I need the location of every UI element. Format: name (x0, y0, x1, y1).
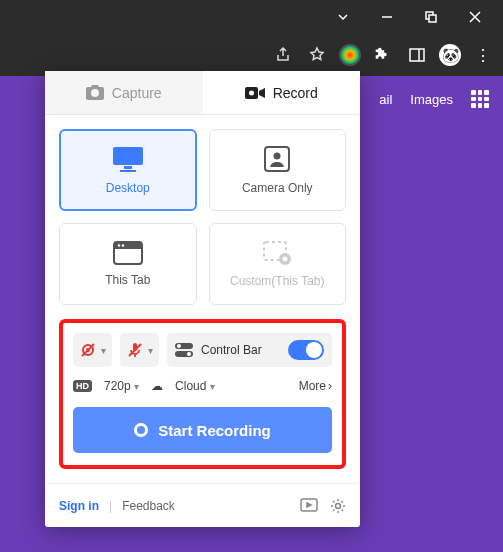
storage-select[interactable]: Cloud ▾ (175, 379, 215, 393)
svg-rect-6 (124, 166, 132, 169)
person-icon (263, 145, 291, 173)
tab-chevron-icon[interactable] (321, 2, 365, 32)
mode-this-tab[interactable]: This Tab (59, 223, 197, 305)
quality-select[interactable]: 720p ▾ (104, 379, 139, 393)
chevron-right-icon: › (328, 379, 332, 393)
page-nav: ail Images (365, 90, 503, 108)
recordings-icon[interactable] (300, 498, 318, 514)
webcam-toggle[interactable]: ▾ (73, 333, 112, 367)
monitor-icon (111, 145, 145, 173)
sidepanel-icon[interactable] (405, 43, 429, 67)
feedback-link[interactable]: Feedback (122, 499, 175, 513)
tab-capture[interactable]: Capture (45, 71, 203, 114)
chevron-down-icon: ▾ (101, 345, 106, 356)
maximize-button[interactable] (409, 2, 453, 32)
start-recording-button[interactable]: Start Recording (73, 407, 332, 453)
svg-point-21 (177, 344, 181, 348)
svg-point-25 (336, 503, 341, 508)
options-row-1: ▾ ▾ Control Bar (73, 333, 332, 367)
svg-point-16 (283, 257, 288, 262)
browser-menu-icon[interactable]: ⋮ (471, 43, 495, 67)
svg-point-23 (187, 352, 191, 356)
nav-images[interactable]: Images (410, 92, 453, 107)
nav-mail[interactable]: ail (379, 92, 392, 107)
close-button[interactable] (453, 2, 497, 32)
bookmark-star-icon[interactable] (305, 43, 329, 67)
tab-record[interactable]: Record (203, 71, 361, 114)
minimize-button[interactable] (365, 2, 409, 32)
svg-rect-5 (113, 147, 143, 165)
hd-badge-icon: HD (73, 380, 92, 392)
mic-off-icon (126, 341, 144, 359)
svg-rect-7 (120, 170, 136, 172)
mode-grid: Desktop Camera Only This Tab Custom(This… (45, 115, 360, 319)
apps-grid-icon[interactable] (471, 90, 489, 108)
mode-custom-tab[interactable]: Custom(This Tab) (209, 223, 347, 305)
svg-point-12 (118, 244, 120, 246)
control-bar-toggle[interactable]: Control Bar (167, 333, 332, 367)
sign-in-link[interactable]: Sign in (59, 499, 99, 513)
mode-camera-only[interactable]: Camera Only (209, 129, 347, 211)
popup-footer: Sign in | Feedback (45, 483, 360, 527)
svg-point-9 (274, 153, 281, 160)
titlebar (0, 0, 503, 34)
options-panel: ▾ ▾ Control Bar HD 720p ▾ ☁ Cloud ▾ More… (59, 319, 346, 469)
cloud-icon: ☁ (151, 379, 163, 393)
tab-window-icon (113, 241, 143, 265)
svg-point-13 (122, 244, 124, 246)
mic-toggle[interactable]: ▾ (120, 333, 159, 367)
crop-record-icon (262, 240, 292, 266)
profile-avatar[interactable]: 🐼 (439, 44, 461, 66)
settings-gear-icon[interactable] (330, 498, 346, 514)
browser-toolbar: 🐼 ⋮ (0, 34, 503, 76)
videocam-icon (245, 86, 265, 100)
svg-rect-1 (429, 15, 436, 22)
extensions-puzzle-icon[interactable] (371, 43, 395, 67)
mode-desktop[interactable]: Desktop (59, 129, 197, 211)
record-dot-icon (134, 423, 148, 437)
camera-icon (86, 85, 104, 100)
extension-icon[interactable] (339, 44, 361, 66)
svg-rect-2 (410, 49, 424, 61)
more-options[interactable]: More› (299, 379, 332, 393)
toggle-switch[interactable] (288, 340, 324, 360)
svg-point-4 (249, 90, 254, 95)
extension-popup: Capture Record Desktop Camera Only This … (45, 71, 360, 527)
webcam-off-icon (79, 341, 97, 359)
tab-row: Capture Record (45, 71, 360, 115)
toggles-icon (175, 343, 193, 357)
share-icon[interactable] (271, 43, 295, 67)
options-row-2: HD 720p ▾ ☁ Cloud ▾ More› (73, 379, 332, 393)
chevron-down-icon: ▾ (148, 345, 153, 356)
